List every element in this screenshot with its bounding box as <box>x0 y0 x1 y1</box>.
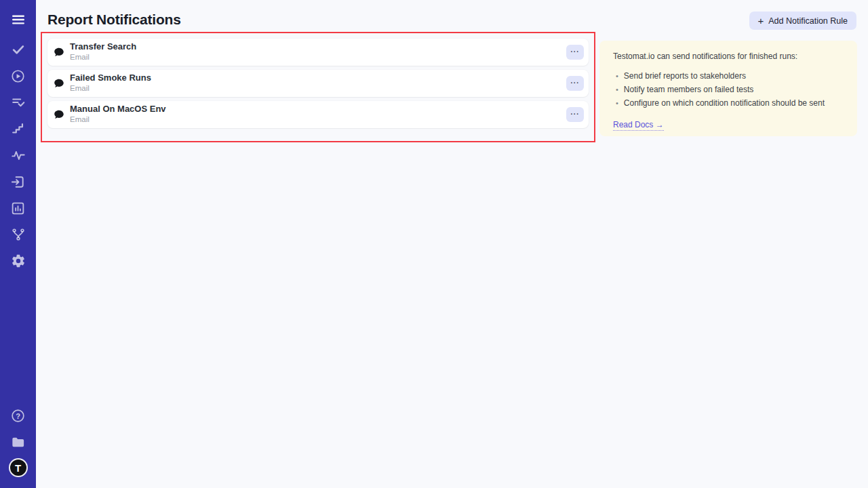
sidebar-item-import[interactable] <box>10 174 26 190</box>
sidebar: ? T <box>0 0 36 488</box>
plus-icon: + <box>758 16 764 26</box>
info-bullet: • Configure on which condition notificat… <box>613 96 844 110</box>
chat-bubble-icon <box>53 77 65 89</box>
bullet-glyph: • <box>616 96 618 110</box>
sidebar-account-logo[interactable]: T <box>9 458 28 477</box>
help-icon: ? <box>10 408 26 424</box>
bullet-text: Send brief reports to stakeholders <box>624 69 746 83</box>
info-bullet: • Send brief reports to stakeholders <box>613 69 844 83</box>
gear-icon <box>11 253 26 268</box>
rule-menu-button[interactable]: ··· <box>566 107 584 122</box>
svg-text:?: ? <box>16 411 20 420</box>
sidebar-item-milestones[interactable] <box>10 121 26 137</box>
sidebar-item-tests[interactable] <box>10 41 26 58</box>
chat-bubble-icon <box>53 46 65 58</box>
sidebar-item-reports[interactable] <box>10 200 26 216</box>
checkmark-icon <box>11 42 26 57</box>
sidebar-item-help[interactable]: ? <box>10 407 26 424</box>
sidebar-item-projects[interactable] <box>10 434 26 450</box>
page-title: Report Notifications <box>47 12 181 28</box>
notification-rule-row[interactable]: Manual On MacOS Env Email ··· <box>47 101 589 128</box>
menu-icon <box>11 12 26 27</box>
import-icon <box>10 174 26 190</box>
play-circle-icon <box>10 68 26 84</box>
rule-text: Manual On MacOS Env Email <box>70 104 566 124</box>
info-intro: Testomat.io can send notifications for f… <box>613 52 844 61</box>
info-panel: Testomat.io can send notifications for f… <box>599 41 857 136</box>
bullet-text: Notify team members on failed tests <box>624 83 753 96</box>
notification-rules-list: Transfer Search Email ··· Failed Smoke R… <box>47 39 589 128</box>
rule-channel: Email <box>70 84 566 93</box>
bar-chart-icon <box>10 201 26 216</box>
sidebar-item-menu[interactable] <box>10 12 26 28</box>
notification-rule-row[interactable]: Transfer Search Email ··· <box>47 39 589 66</box>
add-notification-rule-button[interactable]: + Add Notification Rule <box>749 12 857 30</box>
rule-text: Failed Smoke Runs Email <box>70 73 566 93</box>
sidebar-item-analytics[interactable] <box>10 147 26 163</box>
bullet-glyph: • <box>616 69 618 83</box>
rule-menu-button[interactable]: ··· <box>566 76 584 91</box>
sidebar-item-plans[interactable] <box>10 94 26 110</box>
notification-rule-row[interactable]: Failed Smoke Runs Email ··· <box>47 70 589 97</box>
read-docs-link[interactable]: Read Docs → <box>613 120 664 131</box>
add-button-label: Add Notification Rule <box>768 16 848 26</box>
branch-icon <box>11 227 26 242</box>
list-check-icon <box>11 95 26 110</box>
chat-bubble-icon <box>53 108 65 121</box>
rule-channel: Email <box>70 53 566 62</box>
info-bullet-list: • Send brief reports to stakeholders • N… <box>613 69 844 110</box>
rule-title: Failed Smoke Runs <box>70 73 566 83</box>
app-root: ? T Report Notifications + Add Notificat… <box>0 0 868 488</box>
sidebar-item-runs[interactable] <box>10 68 26 84</box>
rule-channel: Email <box>70 115 566 124</box>
bullet-text: Configure on which condition notificatio… <box>624 96 825 110</box>
testomat-logo-icon: T <box>9 458 28 477</box>
sidebar-item-branches[interactable] <box>10 226 26 243</box>
folder-icon <box>10 434 26 450</box>
activity-pulse-icon <box>11 148 26 163</box>
info-bullet: • Notify team members on failed tests <box>613 83 844 96</box>
bullet-glyph: • <box>616 83 618 96</box>
rule-menu-button[interactable]: ··· <box>566 45 584 60</box>
rule-title: Transfer Search <box>70 42 566 52</box>
sidebar-item-settings[interactable] <box>10 253 26 269</box>
rule-text: Transfer Search Email <box>70 42 566 62</box>
steps-icon <box>11 121 26 136</box>
rule-title: Manual On MacOS Env <box>70 104 566 115</box>
